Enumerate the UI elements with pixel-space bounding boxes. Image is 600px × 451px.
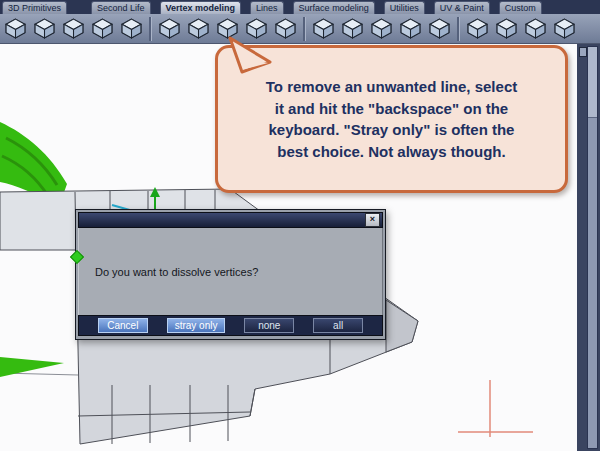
toolbar-separator bbox=[149, 17, 152, 41]
toolbar-separator bbox=[303, 17, 306, 41]
dialog-titlebar[interactable]: × bbox=[78, 212, 383, 228]
modeling-tool-cube-icon[interactable] bbox=[495, 17, 518, 40]
close-icon[interactable]: × bbox=[365, 213, 380, 227]
menu-tab-uv-paint[interactable]: UV & Paint bbox=[434, 1, 490, 14]
dialog-body: Do you want to dissolve vertices? bbox=[78, 228, 383, 315]
callout-line: To remove an unwanted line, select bbox=[218, 76, 565, 98]
dialog-button-cancel[interactable]: Cancel bbox=[98, 318, 148, 333]
toolbar-separator bbox=[457, 17, 460, 41]
dialog-button-row: Cancelstray onlynoneall bbox=[78, 315, 383, 336]
menu-tab-second-life[interactable]: Second Life bbox=[91, 1, 151, 14]
modeling-tool-cube-icon[interactable] bbox=[312, 17, 335, 40]
modeling-tool-cube-icon[interactable] bbox=[4, 17, 27, 40]
modeling-tool-cube-icon[interactable] bbox=[120, 17, 143, 40]
modeling-tool-cube-icon[interactable] bbox=[553, 17, 576, 40]
dialog-button-none[interactable]: none bbox=[244, 318, 294, 333]
dissolve-vertices-dialog: × Do you want to dissolve vertices? Canc… bbox=[75, 209, 386, 340]
modeling-tool-cube-icon[interactable] bbox=[524, 17, 547, 40]
modeling-tool-cube-icon[interactable] bbox=[33, 17, 56, 40]
toolbar bbox=[0, 14, 600, 44]
modeling-tool-cube-icon[interactable] bbox=[62, 17, 85, 40]
callout-tail bbox=[218, 36, 276, 76]
modeling-tool-cube-icon[interactable] bbox=[399, 17, 422, 40]
modeling-tool-cube-icon[interactable] bbox=[466, 17, 489, 40]
dialog-button-all[interactable]: all bbox=[313, 318, 363, 333]
modeling-tool-cube-icon[interactable] bbox=[91, 17, 114, 40]
modeling-tool-cube-icon[interactable] bbox=[428, 17, 451, 40]
modeling-tool-cube-icon[interactable] bbox=[341, 17, 364, 40]
modeling-tool-cube-icon[interactable] bbox=[158, 17, 181, 40]
scrollbar-thumb[interactable] bbox=[588, 47, 597, 118]
menu-tab-custom[interactable]: Custom bbox=[499, 1, 542, 14]
menu-tab-utilities[interactable]: Utilities bbox=[384, 1, 425, 14]
modeling-tool-cube-icon[interactable] bbox=[187, 17, 210, 40]
menu-tab-vertex-modeling[interactable]: Vertex modeling bbox=[160, 1, 242, 14]
panel-tool-icon[interactable] bbox=[579, 47, 587, 57]
callout-line: keyboard. "Stray only" is often the bbox=[218, 119, 565, 141]
instruction-callout: To remove an unwanted line, select it an… bbox=[215, 45, 568, 193]
menu-tab-3d-primitives[interactable]: 3D Primitives bbox=[2, 1, 67, 14]
callout-line: it and hit the "backspace" on the bbox=[218, 98, 565, 120]
dialog-message: Do you want to dissolve vertices? bbox=[95, 266, 258, 278]
right-panel bbox=[577, 44, 600, 451]
menu-tab-bar: 3D PrimitivesSecond LifeVertex modelingL… bbox=[0, 0, 600, 14]
world-axes bbox=[458, 380, 533, 437]
dialog-button-stray-only[interactable]: stray only bbox=[167, 318, 226, 333]
menu-tab-lines[interactable]: Lines bbox=[250, 1, 284, 14]
modeling-tool-cube-icon[interactable] bbox=[274, 17, 297, 40]
app-window: 3D PrimitivesSecond LifeVertex modelingL… bbox=[0, 0, 600, 451]
callout-line: best choice. Not always though. bbox=[218, 141, 565, 163]
menu-tab-surface-modeling[interactable]: Surface modeling bbox=[293, 1, 375, 14]
scrollbar-track[interactable] bbox=[587, 46, 598, 449]
modeling-tool-cube-icon[interactable] bbox=[370, 17, 393, 40]
